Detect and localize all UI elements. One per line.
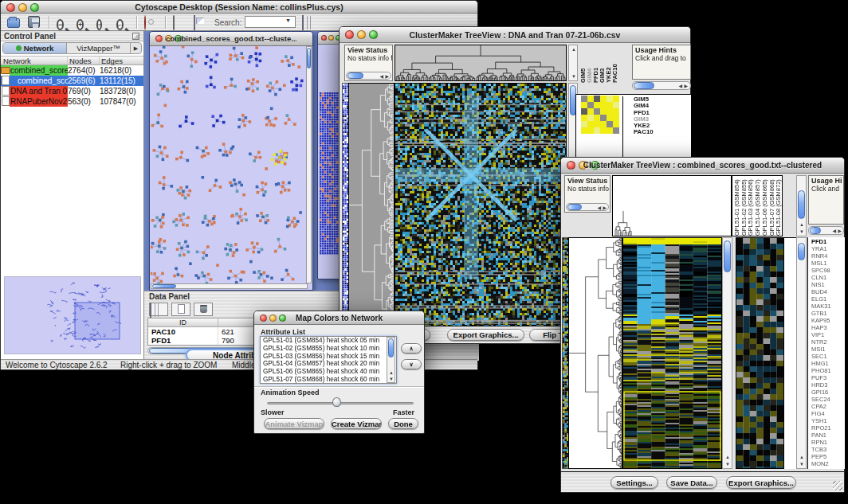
column-label[interactable]: GPL51-03 (GSM856) [747, 176, 754, 236]
network-overview-thumbnail[interactable] [4, 276, 141, 354]
titlebar[interactable]: ClusterMaker TreeView : combined_scores_… [561, 158, 844, 174]
gene-label[interactable]: SPC98 [811, 267, 845, 274]
gene-label[interactable]: MSL1 [811, 260, 845, 267]
close-icon[interactable] [6, 3, 15, 12]
done-button[interactable]: Done [388, 418, 418, 429]
attribute-list-item[interactable]: GPL51-07 (GSM868) heat shock 60 min [261, 376, 396, 384]
table-header-id[interactable]: ID [148, 318, 218, 326]
close-icon[interactable] [345, 30, 354, 39]
gene-label[interactable]: FIG4 [811, 410, 845, 417]
column-label[interactable]: GIM4 [586, 68, 592, 83]
attribute-list-item[interactable]: GPL51-01 (GSM854) heat shock 05 min [261, 337, 396, 345]
column-label[interactable]: GPL51-04 (GSM857) [754, 176, 761, 236]
gene-label[interactable]: RPN1 [811, 439, 845, 446]
gene-label[interactable]: HMG1 [811, 360, 845, 367]
gene-label[interactable]: GTB1 [811, 310, 845, 317]
network-vscrollbar[interactable] [306, 46, 312, 283]
zoom-out-icon[interactable]: − [57, 16, 71, 29]
zoom-vscrollbar[interactable] [796, 237, 807, 469]
gene-label[interactable]: TCB3 [811, 446, 845, 453]
delete-attribute-icon[interactable] [194, 303, 213, 316]
column-label[interactable]: GIM5 [579, 68, 586, 83]
column-vscrollbar[interactable] [796, 175, 807, 236]
gene-label[interactable]: BUD4 [811, 288, 845, 295]
network-table-row[interactable]: RNAPuberNov2+ 563(0) 107847(0) [1, 96, 143, 107]
column-label[interactable]: PFD1 [592, 68, 599, 83]
move-up-button[interactable]: ∧ [401, 343, 422, 354]
column-label[interactable]: YKE2 [605, 67, 611, 83]
minimize-icon[interactable] [328, 35, 334, 41]
tab-network[interactable]: Network [3, 43, 67, 53]
zoom-selected-icon[interactable]: ▫ [96, 16, 111, 29]
gene-label[interactable]: YRA1 [811, 245, 845, 252]
gene-label[interactable]: CLN1 [811, 274, 845, 281]
heatmap-canvas[interactable] [395, 83, 567, 327]
create-vizmap-button[interactable]: Create Vizmap [331, 418, 382, 429]
column-label[interactable]: GPL51-06 (GSM865) [761, 176, 768, 236]
gene-label[interactable]: HAP3 [811, 324, 845, 331]
resize-grip[interactable] [833, 481, 842, 490]
export-graphics-button[interactable]: Export Graphics... [447, 329, 524, 341]
open-file-icon[interactable] [7, 16, 22, 29]
gene-label[interactable]: MSI1 [811, 346, 845, 353]
tab-overflow-icon[interactable]: ▶ [131, 43, 141, 53]
gene-label[interactable]: VIP1 [811, 331, 845, 338]
column-label[interactable]: PAC10 [611, 64, 618, 83]
titlebar[interactable]: Cytoscape Desktop (Session Name: collins… [1, 1, 477, 14]
gene-label[interactable]: HRD3 [811, 381, 845, 389]
gene-label[interactable]: NIS1 [811, 281, 845, 288]
attribute-list-vscrollbar[interactable] [387, 337, 395, 383]
zoom-heatmap-canvas[interactable] [736, 237, 784, 469]
heatmap-canvas[interactable] [622, 237, 722, 469]
column-label[interactable]: GPL51-07 (GSM868) [768, 176, 775, 236]
gene-label[interactable]: ELG1 [811, 295, 845, 303]
row-dendrogram[interactable] [348, 83, 395, 327]
usage-hints-hscrollbar[interactable] [632, 81, 691, 90]
zoom-in-icon[interactable]: + [77, 16, 91, 29]
close-icon[interactable] [260, 315, 267, 322]
help-lifesaver-icon[interactable] [144, 16, 159, 29]
view-status-hscrollbar[interactable] [346, 72, 391, 80]
attribute-list[interactable]: GPL51-01 (GSM854) heat shock 05 minGPL51… [260, 336, 397, 384]
heatmap-vscrollbar[interactable] [722, 237, 732, 469]
network-view-canvas[interactable] [151, 46, 308, 283]
titlebar[interactable]: Map Colors to Network [254, 311, 424, 325]
gene-label[interactable]: MAK31 [811, 303, 845, 310]
titlebar[interactable]: ClusterMaker TreeView : DNA and Tran 07-… [340, 27, 690, 43]
column-label[interactable]: GPL51-01 (GSM854) [733, 176, 740, 236]
search-dropdown-icon[interactable]: ▼ [285, 18, 291, 23]
gene-label[interactable]: PUF3 [811, 374, 845, 381]
settings-button[interactable]: Settings... [610, 476, 658, 489]
gene-label[interactable]: PFD1 [811, 238, 845, 245]
gene-label[interactable]: GPI16 [811, 389, 845, 396]
gene-label[interactable]: MON2 [811, 460, 845, 467]
grid-view-icon[interactable] [149, 303, 168, 316]
column-label[interactable]: GPL51-08 (GSM872) [775, 176, 782, 236]
move-down-button[interactable]: ∨ [401, 359, 422, 369]
gene-label[interactable]: RPO21 [811, 424, 845, 432]
view-status-hscrollbar[interactable] [566, 203, 609, 211]
speed-slider-thumb[interactable] [332, 397, 341, 407]
vizmap-colors-icon[interactable] [173, 16, 187, 29]
attribute-list-item[interactable]: GPL51-03 (GSM856) heat shock 15 min [261, 353, 396, 361]
attribute-list-item[interactable]: GPL51-04 (GSM857) heat shock 20 min [261, 360, 396, 368]
save-data-button[interactable]: Save Data... [666, 476, 717, 489]
attribute-list-item[interactable]: GPL51-02 (GSM855) heat shock 10 min [261, 345, 396, 353]
gene-label[interactable]: PAC10 [634, 129, 691, 135]
gene-label[interactable]: KAP95 [811, 317, 845, 324]
export-graphics-button[interactable]: Export Graphics... [726, 476, 796, 489]
attribute-list-item[interactable]: GPL51-06 (GSM865) heat shock 40 min [261, 368, 396, 376]
close-icon[interactable] [321, 35, 327, 41]
gene-label[interactable]: YSH1 [811, 417, 845, 424]
gene-label[interactable]: PEP5 [811, 453, 845, 460]
column-scrollbar[interactable] [568, 45, 578, 81]
column-label[interactable]: GIM3 [599, 68, 605, 83]
attribute-table-icon[interactable] [302, 16, 316, 29]
save-icon[interactable] [28, 16, 42, 29]
new-attribute-icon[interactable] [171, 303, 190, 316]
network-table-row[interactable]: DNA and Tran 07 769(0) 183728(0) [1, 86, 143, 96]
network-table-row[interactable]: combined_sco 2569(6) 13112(15) [1, 76, 143, 86]
row-dendrogram[interactable] [568, 237, 622, 469]
annotation-icon[interactable] [194, 16, 208, 29]
gene-label[interactable]: SEC1 [811, 353, 845, 360]
